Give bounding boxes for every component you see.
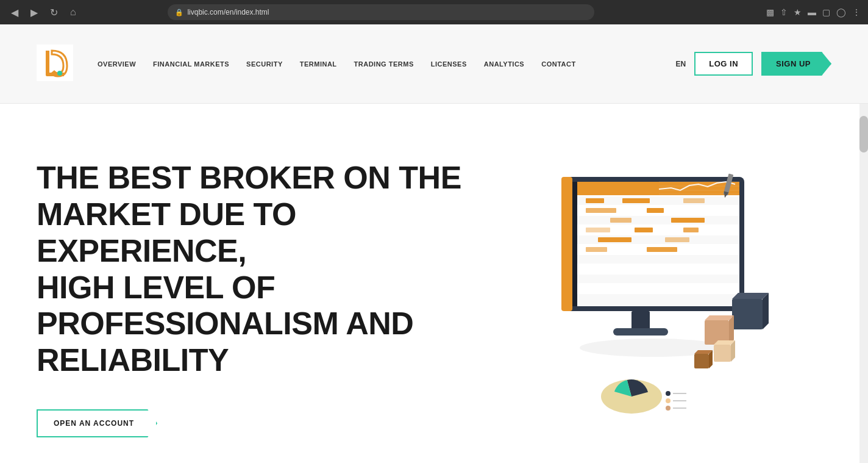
lock-icon: 🔒 xyxy=(175,9,183,16)
refresh-button[interactable]: ↻ xyxy=(46,4,62,21)
forward-button[interactable]: ▶ xyxy=(27,4,41,21)
hero-heading-line4: PROFESSIONALISM AND xyxy=(37,306,413,341)
cast-icon[interactable]: ▩ xyxy=(766,7,774,17)
nav-overview[interactable]: OVERVIEW xyxy=(98,60,136,68)
scrollbar-thumb[interactable] xyxy=(859,116,868,153)
nav-contact[interactable]: CONTACT xyxy=(541,60,575,68)
scrollbar[interactable] xyxy=(859,104,868,463)
browser-chrome: ◀ ▶ ↻ ⌂ 🔒 livqbic.com/en/index.html ▩ ⇧ … xyxy=(0,0,868,24)
nav-analytics[interactable]: ANALYTICS xyxy=(484,60,524,68)
svg-rect-36 xyxy=(631,311,650,329)
browser-actions: ▩ ⇧ ★ ▬ ▢ ◯ ⋮ xyxy=(766,7,861,17)
nav-terminal[interactable]: TERMINAL xyxy=(300,60,337,68)
window-icon[interactable]: ▢ xyxy=(822,7,830,17)
svg-point-52 xyxy=(666,391,671,396)
svg-marker-43 xyxy=(705,315,734,320)
svg-rect-20 xyxy=(683,198,705,203)
svg-rect-21 xyxy=(586,208,616,213)
svg-rect-16 xyxy=(577,284,739,293)
svg-rect-14 xyxy=(577,265,739,273)
svg-rect-18 xyxy=(586,198,604,203)
svg-rect-22 xyxy=(647,208,664,213)
extension-icon[interactable]: ▬ xyxy=(808,7,816,17)
svg-marker-41 xyxy=(763,293,769,329)
nav-financial-markets[interactable]: FINANCIAL MARKETS xyxy=(153,60,229,68)
svg-marker-40 xyxy=(732,293,769,299)
open-account-button[interactable]: OPEN AN ACCOUNT xyxy=(37,409,157,437)
nav-security[interactable]: SECURITY xyxy=(246,60,283,68)
logo[interactable] xyxy=(37,45,73,84)
site-wrapper: OVERVIEW FINANCIAL MARKETS SECURITY TERM… xyxy=(0,24,868,463)
back-button[interactable]: ◀ xyxy=(7,4,22,21)
share-icon[interactable]: ⇧ xyxy=(780,7,788,17)
svg-rect-45 xyxy=(714,345,731,362)
svg-rect-48 xyxy=(694,354,709,368)
profile-icon[interactable]: ◯ xyxy=(836,7,846,17)
svg-rect-23 xyxy=(610,218,631,223)
svg-rect-4 xyxy=(561,177,572,311)
hero-heading-line5: RELIABILITY xyxy=(37,342,229,378)
svg-rect-15 xyxy=(577,275,739,283)
svg-point-1 xyxy=(57,71,62,76)
nav-actions: EN LOG IN SIGN UP xyxy=(676,52,831,76)
hero-heading-line1: THE BEST BROKER ON THE xyxy=(37,160,461,195)
home-button[interactable]: ⌂ xyxy=(66,4,80,20)
hero-section: THE BEST BROKER ON THE MARKET DUE TO EXP… xyxy=(0,104,868,463)
svg-rect-13 xyxy=(577,255,739,264)
svg-point-54 xyxy=(666,406,671,411)
hero-heading-line3: HIGH LEVEL OF xyxy=(37,270,275,305)
hero-svg xyxy=(525,159,781,439)
svg-rect-9 xyxy=(577,216,739,224)
language-selector[interactable]: EN xyxy=(676,60,686,68)
svg-rect-17 xyxy=(577,294,739,306)
svg-rect-27 xyxy=(683,228,699,232)
hero-illustration xyxy=(474,146,831,451)
menu-icon[interactable]: ⋮ xyxy=(852,7,861,17)
svg-rect-28 xyxy=(598,237,631,242)
hero-heading-line2: MARKET DUE TO EXPERIENCE, xyxy=(37,196,296,268)
svg-rect-25 xyxy=(586,228,610,232)
svg-rect-26 xyxy=(635,228,653,232)
nav-links: OVERVIEW FINANCIAL MARKETS SECURITY TERM… xyxy=(98,60,676,68)
hero-text: THE BEST BROKER ON THE MARKET DUE TO EXP… xyxy=(37,160,474,437)
svg-rect-37 xyxy=(613,328,668,336)
svg-rect-30 xyxy=(586,247,607,252)
address-bar[interactable]: 🔒 livqbic.com/en/index.html xyxy=(168,4,594,20)
svg-rect-19 xyxy=(622,198,650,203)
svg-point-53 xyxy=(666,398,671,403)
svg-rect-31 xyxy=(647,247,677,252)
svg-marker-44 xyxy=(729,315,734,345)
site-header: OVERVIEW FINANCIAL MARKETS SECURITY TERM… xyxy=(0,24,868,104)
login-button[interactable]: LOG IN xyxy=(694,52,753,76)
url-text: livqbic.com/en/index.html xyxy=(187,8,269,16)
svg-rect-29 xyxy=(665,237,689,242)
nav-trading-terms[interactable]: TRADING TERMS xyxy=(354,60,414,68)
svg-rect-24 xyxy=(671,218,705,223)
hero-heading: THE BEST BROKER ON THE MARKET DUE TO EXP… xyxy=(37,160,474,379)
nav-licenses[interactable]: LICENSES xyxy=(431,60,467,68)
svg-rect-39 xyxy=(732,299,763,329)
bookmark-icon[interactable]: ★ xyxy=(794,7,802,17)
signup-button[interactable]: SIGN UP xyxy=(761,52,831,76)
